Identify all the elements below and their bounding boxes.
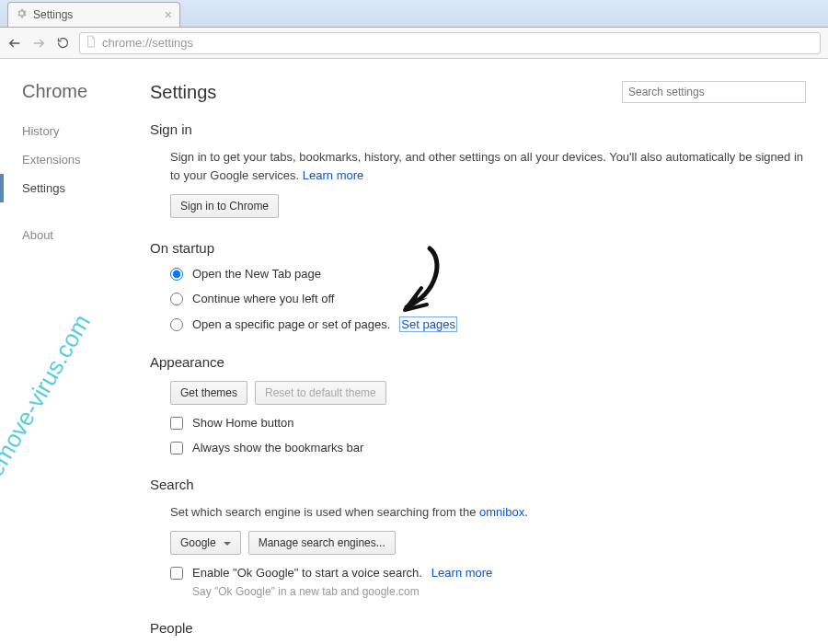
startup-opt-continue-label: Continue where you left off: [192, 292, 334, 305]
back-icon[interactable]: [7, 36, 22, 51]
signin-learn-more-link[interactable]: Learn more: [303, 168, 363, 182]
sidebar-item-settings[interactable]: Settings: [0, 174, 143, 202]
show-bookmarks-row[interactable]: Always show the bookmarks bar: [170, 441, 806, 454]
signin-button[interactable]: Sign in to Chrome: [170, 194, 279, 218]
section-title-search: Search: [150, 477, 806, 492]
address-bar[interactable]: [79, 32, 821, 54]
search-description: Set which search engine is used when sea…: [170, 503, 806, 522]
section-title-signin: Sign in: [150, 121, 806, 137]
startup-opt-continue[interactable]: Continue where you left off: [170, 292, 806, 305]
section-signin: Sign in Sign in to get your tabs, bookma…: [150, 121, 806, 218]
page-icon: [86, 35, 97, 51]
section-appearance: Appearance Get themes Reset to default t…: [150, 354, 806, 454]
ok-google-help: Say "Ok Google" in a new tab and google.…: [170, 585, 806, 598]
ok-google-label: Enable "Ok Google" to start a voice sear…: [192, 566, 422, 580]
page-title: Settings: [150, 82, 216, 103]
section-startup: On startup Open the New Tab page Continu…: [150, 240, 806, 332]
tab-settings[interactable]: Settings ×: [7, 2, 180, 27]
startup-opt-newtab-label: Open the New Tab page: [192, 267, 321, 281]
sidebar-item-history[interactable]: History: [0, 117, 143, 145]
url-input[interactable]: [102, 36, 814, 50]
search-input[interactable]: [622, 81, 806, 103]
search-engine-dropdown[interactable]: Google: [170, 531, 241, 555]
sidebar-item-extensions[interactable]: Extensions: [0, 145, 143, 174]
radio-continue[interactable]: [170, 293, 183, 305]
omnibox-link[interactable]: omnibox: [479, 505, 524, 519]
checkbox-show-bookmarks[interactable]: [170, 442, 183, 454]
reload-icon[interactable]: [55, 36, 70, 50]
signin-description: Sign in to get your tabs, bookmarks, his…: [170, 148, 806, 185]
sidebar: Chrome History Extensions Settings About: [0, 59, 143, 644]
ok-google-learn-more-link[interactable]: Learn more: [431, 566, 492, 580]
radio-specific[interactable]: [170, 318, 183, 331]
radio-newtab[interactable]: [170, 268, 183, 281]
section-title-people: People: [150, 620, 806, 636]
show-home-label: Show Home button: [192, 416, 294, 430]
startup-opt-specific-label: Open a specific page or set of pages.: [192, 317, 390, 331]
startup-opt-newtab[interactable]: Open the New Tab page: [170, 267, 806, 281]
show-bookmarks-label: Always show the bookmarks bar: [192, 441, 363, 454]
sidebar-title: Chrome: [0, 81, 143, 117]
section-people: People: [150, 620, 806, 636]
content: Settings Sign in Sign in to get your tab…: [143, 59, 828, 644]
section-search: Search Set which search engine is used w…: [150, 477, 806, 598]
tab-bar: Settings ×: [0, 0, 828, 28]
close-icon[interactable]: ×: [165, 8, 172, 21]
sidebar-item-about[interactable]: About: [0, 221, 143, 249]
manage-search-engines-button[interactable]: Manage search engines...: [248, 531, 396, 555]
nav-bar: [0, 28, 828, 59]
section-title-startup: On startup: [150, 240, 806, 256]
get-themes-button[interactable]: Get themes: [170, 381, 247, 405]
checkbox-show-home[interactable]: [170, 417, 183, 430]
forward-icon[interactable]: [31, 36, 46, 51]
startup-opt-specific[interactable]: Open a specific page or set of pages. Se…: [170, 316, 806, 332]
ok-google-row[interactable]: Enable "Ok Google" to start a voice sear…: [170, 566, 806, 580]
tab-title: Settings: [33, 8, 73, 21]
section-title-appearance: Appearance: [150, 354, 806, 370]
reset-theme-button[interactable]: Reset to default theme: [255, 381, 386, 405]
show-home-row[interactable]: Show Home button: [170, 416, 806, 430]
checkbox-ok-google[interactable]: [170, 567, 183, 580]
set-pages-link[interactable]: Set pages: [399, 316, 457, 332]
gear-icon: [16, 7, 28, 22]
